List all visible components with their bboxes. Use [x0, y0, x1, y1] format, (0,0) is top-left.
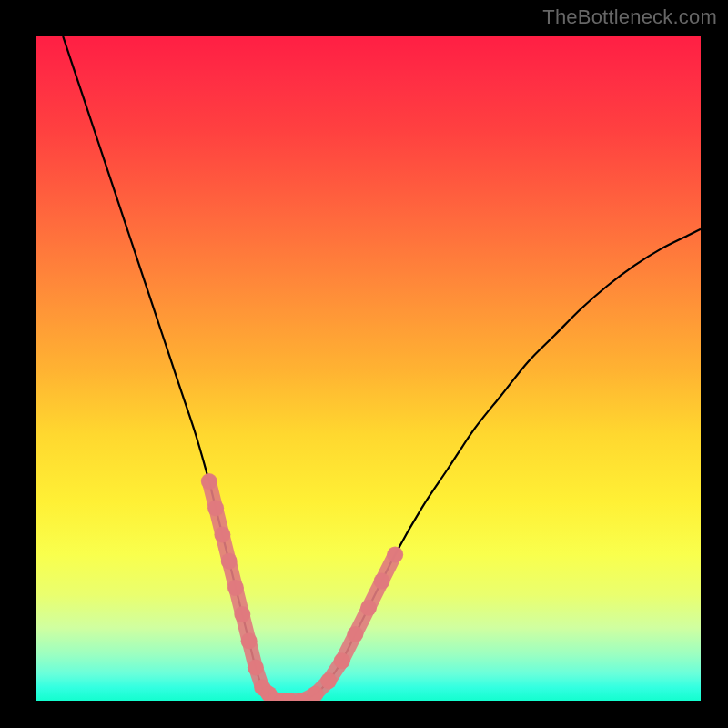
marker-point [234, 606, 250, 622]
marker-point [374, 573, 390, 590]
marker-point [221, 553, 238, 570]
marker-point [214, 527, 230, 543]
highlighted-points [201, 473, 403, 701]
curve-svg [36, 36, 701, 701]
marker-point [248, 660, 264, 676]
marker-point [207, 500, 224, 516]
marker-point [360, 600, 377, 616]
marker-point [241, 632, 258, 649]
marker-point [334, 652, 350, 669]
watermark-text: TheBottleneck.com [542, 5, 717, 29]
marker-point [320, 672, 337, 689]
marker-point [228, 580, 244, 596]
plot-area [36, 36, 701, 701]
bottleneck-curve [63, 36, 701, 701]
marker-point [387, 546, 403, 562]
marker-point [347, 626, 363, 642]
marker-point [201, 473, 217, 490]
chart-container: TheBottleneck.com [0, 0, 728, 728]
